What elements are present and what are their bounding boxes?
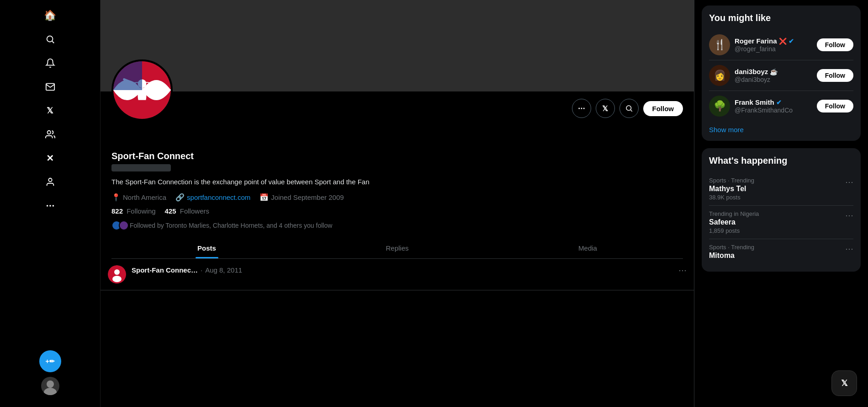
grok-fab-label: 𝕏	[841, 378, 848, 388]
trend-item-safeera[interactable]: Trending in Nigeria Safeera 1,859 posts …	[709, 206, 853, 239]
trend-item-mathys-tel[interactable]: Sports · Trending Mathys Tel 38.9K posts…	[709, 172, 853, 206]
svg-point-14	[583, 108, 584, 109]
follow-button-dani3boyz[interactable]: Follow	[817, 69, 853, 82]
whats-happening-widget: What's happening Sports · Trending Mathy…	[702, 148, 861, 272]
grok-button[interactable]: 𝕏	[596, 99, 615, 118]
svg-point-13	[581, 108, 582, 109]
follower-avatar-2	[119, 220, 129, 230]
sidebar-item-profile[interactable]	[39, 171, 61, 193]
tweet-content: Sport-Fan Connec… · Aug 8, 2011 ⋯	[132, 265, 687, 284]
profile-joined: 📅 Joined September 2009	[259, 193, 344, 202]
more-options-button[interactable]	[572, 99, 591, 118]
search-profile-button[interactable]	[619, 99, 639, 118]
follow-button[interactable]: Follow	[643, 101, 683, 116]
right-sidebar: You might like 🍴 Roger Farina ❌ ✔ @roger…	[694, 0, 868, 407]
suggest-info-roger-farina: Roger Farina ❌ ✔ @roger_farina	[735, 37, 812, 53]
calendar-icon: 📅	[259, 193, 269, 202]
suggest-item-roger-farina: 🍴 Roger Farina ❌ ✔ @roger_farina Follow	[709, 30, 853, 60]
tweet-date: Aug 8, 2011	[205, 266, 242, 274]
tweet-header: Sport-Fan Connec… · Aug 8, 2011 ⋯	[132, 265, 687, 275]
suggest-avatar-frank-smith: 🌳	[709, 96, 730, 117]
profile-tabs: Posts Replies Media	[111, 238, 683, 259]
trend-more-2[interactable]: ⋯	[845, 244, 853, 254]
suggest-handle-roger-farina: @roger_farina	[735, 45, 812, 53]
following-stat[interactable]: 822 Following	[111, 207, 156, 215]
user-avatar[interactable]	[41, 377, 59, 395]
suggest-avatar-dani3boyz: 👩	[709, 65, 730, 86]
trend-more-1[interactable]: ⋯	[845, 210, 853, 220]
svg-point-7	[47, 380, 54, 388]
location-icon: 📍	[111, 193, 121, 202]
link-icon: 🔗	[175, 193, 185, 202]
sidebar-item-messages[interactable]	[39, 76, 61, 98]
svg-line-16	[630, 110, 632, 111]
x-mark-icon: ❌	[779, 37, 787, 45]
sidebar-item-home[interactable]: 🏠	[39, 5, 61, 27]
tab-media[interactable]: Media	[492, 238, 683, 258]
trend-item-mitoma[interactable]: Sports · Trending Mitoma ⋯	[709, 239, 853, 264]
website-link[interactable]: sportfanconnect.com	[187, 193, 250, 201]
profile-name: Sport-Fan Connect	[111, 151, 683, 161]
coffee-emoji: ☕	[770, 68, 778, 75]
trend-name-0: Mathys Tel	[709, 185, 853, 193]
verified-blue-icon: ✔	[789, 37, 794, 45]
svg-point-2	[47, 131, 50, 134]
suggest-item-frank-smith: 🌳 Frank Smith ✔ @FrankSmithandCo Follow	[709, 91, 853, 121]
follow-button-frank-smith[interactable]: Follow	[817, 100, 853, 112]
sidebar-item-search[interactable]	[39, 28, 61, 50]
you-might-like-title: You might like	[709, 13, 853, 23]
you-might-like-widget: You might like 🍴 Roger Farina ❌ ✔ @roger…	[702, 5, 861, 141]
trend-posts-1: 1,859 posts	[709, 227, 853, 234]
tweet-avatar	[108, 265, 126, 284]
suggest-handle-dani3boyz: @dani3boyz	[735, 76, 812, 83]
suggest-name-roger-farina: Roger Farina ❌ ✔	[735, 37, 812, 45]
tweet-item[interactable]: Sport-Fan Connec… · Aug 8, 2011 ⋯	[101, 259, 694, 290]
profile-handle	[111, 164, 171, 171]
sidebar-item-x[interactable]: ✕	[39, 147, 61, 169]
sidebar-bottom: +✏	[39, 350, 61, 402]
followers-stat[interactable]: 425 Followers	[165, 207, 209, 215]
sidebar-item-more[interactable]	[39, 195, 61, 217]
svg-point-8	[44, 388, 57, 395]
main-content: 𝕏 Follow Sport-Fan Connect The Sport-Fan…	[101, 0, 694, 407]
profile-stats: 822 Following 425 Followers	[111, 207, 683, 215]
tweet-author-name: Sport-Fan Connec…	[132, 266, 198, 274]
svg-point-0	[47, 36, 53, 42]
tweet-more-button[interactable]: ⋯	[678, 265, 687, 275]
svg-point-4	[46, 205, 48, 207]
sidebar-nav: 🏠 𝕏 ✕	[0, 5, 100, 350]
profile-section: 𝕏 Follow Sport-Fan Connect The Sport-Fan…	[101, 91, 694, 259]
sidebar: 🏠 𝕏 ✕	[0, 0, 101, 407]
suggest-handle-frank-smith: @FrankSmithandCo	[735, 107, 812, 114]
tab-replies[interactable]: Replies	[302, 238, 492, 258]
svg-point-15	[626, 106, 631, 111]
grok-fab-button[interactable]: 𝕏	[831, 370, 857, 396]
trend-category-1: Trending in Nigeria	[709, 210, 853, 217]
tab-posts[interactable]: Posts	[111, 238, 302, 258]
trend-more-0[interactable]: ⋯	[845, 177, 853, 187]
suggest-item-dani3boyz: 👩 dani3boyz ☕ @dani3boyz Follow	[709, 60, 853, 91]
followed-by: Followed by Toronto Marlies, Charlotte H…	[111, 220, 683, 230]
sidebar-item-premium[interactable]: 𝕏	[39, 100, 61, 122]
svg-point-12	[578, 108, 580, 109]
trend-category-0: Sports · Trending	[709, 177, 853, 184]
profile-bio: The Sport-Fan Connection is the exchange…	[111, 177, 683, 187]
suggest-info-dani3boyz: dani3boyz ☕ @dani3boyz	[735, 68, 812, 83]
verified-blue-icon-frank: ✔	[776, 99, 782, 106]
profile-location: 📍 North America	[111, 193, 166, 202]
tweet-time: ·	[201, 266, 202, 274]
show-more-link[interactable]: Show more	[709, 126, 853, 134]
create-post-button[interactable]: +✏	[39, 350, 61, 372]
sidebar-item-notifications[interactable]	[39, 52, 61, 74]
profile-website[interactable]: 🔗 sportfanconnect.com	[175, 193, 250, 202]
trend-posts-0: 38.9K posts	[709, 194, 853, 201]
profile-meta: 📍 North America 🔗 sportfanconnect.com 📅 …	[111, 193, 683, 202]
svg-line-1	[52, 41, 54, 43]
svg-point-3	[48, 178, 52, 182]
suggest-name-dani3boyz: dani3boyz ☕	[735, 68, 812, 75]
svg-point-18	[114, 269, 120, 275]
suggest-info-frank-smith: Frank Smith ✔ @FrankSmithandCo	[735, 98, 812, 114]
sidebar-item-communities[interactable]	[39, 123, 61, 145]
follow-button-roger-farina[interactable]: Follow	[817, 38, 853, 51]
followed-by-text: Followed by Toronto Marlies, Charlotte H…	[130, 222, 332, 229]
